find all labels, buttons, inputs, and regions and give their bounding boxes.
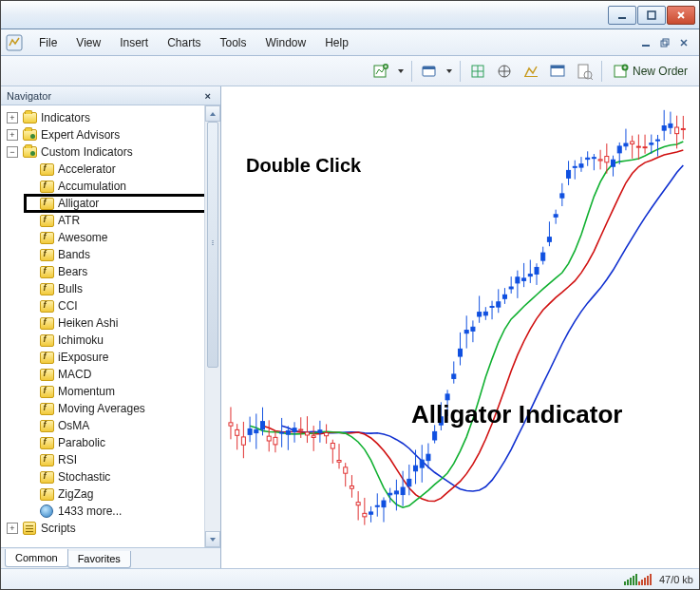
menu-window[interactable]: Window <box>256 32 316 53</box>
svg-rect-114 <box>528 275 532 276</box>
svg-rect-70 <box>388 493 392 495</box>
tree-node-indicator[interactable]: iExposure <box>5 349 204 366</box>
tree-node-indicator[interactable]: Accelerator <box>5 161 204 178</box>
tree-label: Bears <box>58 265 87 278</box>
globe-icon <box>39 504 54 519</box>
svg-rect-68 <box>382 501 386 507</box>
tree-node-indicators[interactable]: + Indicators <box>5 109 204 126</box>
svg-rect-58 <box>350 485 353 488</box>
tab-common[interactable]: Common <box>5 549 68 567</box>
annotation-alligator-indicator: Alligator Indicator <box>411 400 622 429</box>
profiles-icon[interactable] <box>418 60 441 83</box>
svg-rect-138 <box>605 157 609 162</box>
svg-rect-148 <box>636 146 640 147</box>
tree-node-indicator[interactable]: Heiken Ashi <box>5 314 204 332</box>
toolbar-separator <box>460 61 461 82</box>
tree-node-scripts[interactable]: + Scripts <box>5 520 204 537</box>
tree-label: Parabolic <box>58 436 105 449</box>
svg-rect-122 <box>554 215 558 218</box>
scroll-thumb[interactable] <box>207 122 218 368</box>
svg-rect-146 <box>631 142 634 144</box>
tree-node-indicator[interactable]: Bulls <box>5 280 204 297</box>
expand-icon[interactable]: + <box>7 129 18 141</box>
navigator-tree[interactable]: + Indicators + Expert Advisors − Custom … <box>1 105 204 547</box>
new-chart-dropdown[interactable] <box>396 67 406 75</box>
tab-favorites[interactable]: Favorites <box>67 551 131 568</box>
navigator-scrollbar[interactable] <box>204 105 220 547</box>
menu-view[interactable]: View <box>66 32 110 53</box>
scroll-track[interactable] <box>205 122 220 531</box>
connection-meter-icon <box>624 574 652 585</box>
menu-insert[interactable]: Insert <box>110 32 158 53</box>
tree-node-more[interactable]: 1433 more... <box>5 503 204 520</box>
tree-node-indicator[interactable]: Accumulation <box>5 178 204 195</box>
window-minimize-button[interactable] <box>608 6 636 25</box>
data-window-icon[interactable] <box>493 60 516 83</box>
svg-rect-28 <box>255 429 258 432</box>
svg-rect-104 <box>497 302 501 307</box>
mdi-close-button[interactable] <box>676 35 691 50</box>
chart-area[interactable]: Double Click Alligator Indicator <box>221 86 699 568</box>
tree-label: Awesome <box>58 231 107 244</box>
indicator-icon <box>39 315 54 331</box>
expand-icon[interactable]: + <box>7 523 18 534</box>
tree-node-indicator[interactable]: CCI <box>5 297 204 314</box>
svg-rect-62 <box>363 513 367 517</box>
tree-node-indicator[interactable]: ZigZag <box>5 485 204 503</box>
indicator-icon <box>39 298 54 314</box>
svg-rect-116 <box>535 267 539 274</box>
svg-rect-150 <box>643 147 647 148</box>
indicator-icon <box>39 230 54 245</box>
indicator-icon <box>39 418 54 433</box>
window-close-button[interactable] <box>667 6 695 25</box>
svg-rect-76 <box>407 479 411 485</box>
menu-tools[interactable]: Tools <box>211 32 256 53</box>
tree-node-indicator[interactable]: Parabolic <box>5 434 204 451</box>
collapse-icon[interactable]: − <box>7 146 18 158</box>
tree-node-indicator[interactable]: Bands <box>5 246 204 263</box>
menu-charts[interactable]: Charts <box>158 32 210 53</box>
tree-node-indicator[interactable]: OsMA <box>5 417 204 434</box>
tree-node-indicator[interactable]: Awesome <box>5 229 204 246</box>
tree-node-indicator[interactable]: Stochastic <box>5 468 204 485</box>
scroll-up-button[interactable] <box>205 105 220 122</box>
tree-node-indicator[interactable]: RSI <box>5 451 204 468</box>
menu-file[interactable]: File <box>29 32 66 53</box>
market-watch-icon[interactable] <box>466 60 489 83</box>
navigator-close-button[interactable]: × <box>201 90 215 102</box>
new-chart-icon[interactable] <box>369 60 392 83</box>
svg-rect-50 <box>325 433 329 436</box>
navigator-tabs: Common Favorites <box>1 547 220 568</box>
svg-rect-124 <box>560 194 564 198</box>
strategy-tester-icon[interactable] <box>573 60 596 83</box>
svg-rect-118 <box>541 253 545 260</box>
tree-label: Custom Indicators <box>41 145 133 159</box>
navigator-icon[interactable] <box>520 60 542 83</box>
tree-node-indicator[interactable]: Momentum <box>5 383 204 400</box>
tree-node-indicator[interactable]: Moving Averages <box>5 400 204 417</box>
svg-rect-74 <box>401 487 405 495</box>
tree-node-indicator[interactable]: MACD <box>5 366 204 383</box>
menu-help[interactable]: Help <box>315 32 358 53</box>
tree-node-indicator[interactable]: Ichimoku <box>5 332 204 349</box>
svg-rect-80 <box>420 460 424 467</box>
tree-node-indicator[interactable]: Bears <box>5 263 204 280</box>
folder-icon <box>22 127 37 143</box>
svg-rect-120 <box>547 238 551 242</box>
scroll-down-button[interactable] <box>205 531 220 547</box>
terminal-icon[interactable] <box>546 60 569 83</box>
mdi-restore-button[interactable] <box>657 35 672 50</box>
tree-label: Ichimoku <box>58 333 104 347</box>
tree-node-indicator[interactable]: Alligator <box>5 195 204 212</box>
tree-node-expert-advisors[interactable]: + Expert Advisors <box>5 126 204 143</box>
mdi-minimize-button[interactable] <box>638 35 653 50</box>
svg-rect-60 <box>356 503 360 505</box>
expand-icon[interactable]: + <box>7 112 18 124</box>
new-order-button[interactable]: New Order <box>608 60 693 83</box>
tree-label: MACD <box>58 368 91 381</box>
profiles-dropdown[interactable] <box>445 67 454 75</box>
tree-node-indicator[interactable]: ATR <box>5 212 204 229</box>
tree-label: Stochastic <box>58 470 110 484</box>
window-maximize-button[interactable] <box>637 6 666 25</box>
tree-node-custom-indicators[interactable]: − Custom Indicators <box>5 143 204 161</box>
